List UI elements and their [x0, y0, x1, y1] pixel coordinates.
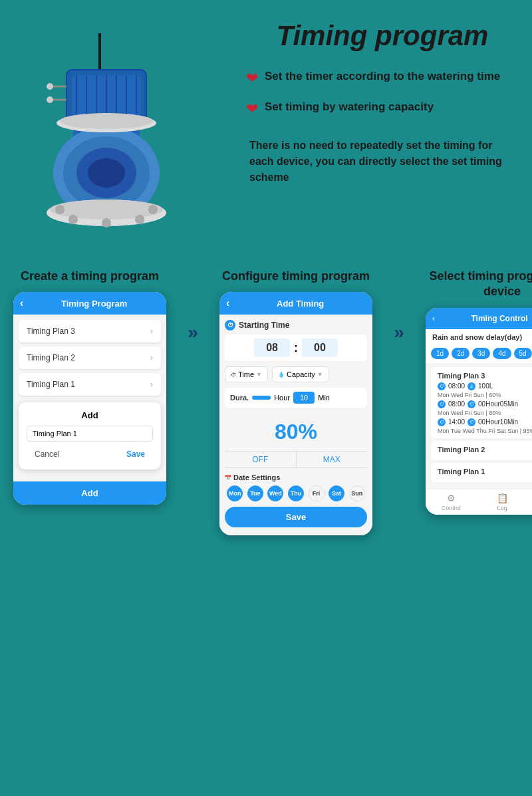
capacity-selector[interactable]: 💧 Capacity ▼: [272, 366, 329, 382]
steps-row: Create a timing program ‹ Timing Program…: [13, 269, 519, 535]
detail-time-2: 08:00: [448, 400, 465, 408]
step-3-title: Select timing program for device: [426, 269, 532, 300]
day-wed[interactable]: Wed: [267, 485, 283, 501]
day-tab-3d[interactable]: 3d: [472, 348, 490, 359]
dura-label: Dura.: [230, 394, 249, 402]
dura-blue-box[interactable]: [252, 396, 271, 400]
phone-1-footer[interactable]: Add: [13, 481, 166, 505]
plan-3-toggle-header: Timing Plan 3 ON: [438, 371, 532, 380]
dura-num-box[interactable]: 10: [293, 392, 315, 404]
svg-point-27: [60, 113, 153, 129]
timer-detail-2: ⏱: [467, 400, 475, 408]
plan-1-chevron: ›: [150, 380, 153, 389]
svg-point-22: [68, 215, 78, 224]
day-tab-4d[interactable]: 4d: [493, 348, 511, 359]
nav-timing[interactable]: ☰ Timing: [527, 493, 532, 511]
selector-row: ⏱ Time ▼ 💧 Capacity ▼: [225, 366, 367, 382]
phone-1-header-title: Timing Program: [29, 299, 160, 309]
time-dropdown-arrow: ▼: [256, 371, 262, 378]
time-selector[interactable]: ⏱ Time ▼: [225, 366, 268, 382]
phone-2-header-title: Add Timing: [235, 299, 366, 309]
clock-detail-2: ⏱: [438, 400, 446, 408]
save-timing-button[interactable]: Save: [225, 507, 367, 527]
plan-name-input[interactable]: [27, 426, 153, 442]
right-content: Timing program ❤ Set the timer according…: [239, 20, 519, 186]
step-2-title: Configure timing program: [222, 269, 370, 284]
day-tab-2d[interactable]: 2d: [452, 348, 469, 359]
add-dialog: Add Cancel Save: [19, 402, 161, 469]
plan-3-detail-3: ⏱ 14:00 ⏱ 00Hour10Min: [438, 418, 532, 426]
description-text: There is no need to repeatedly set the t…: [246, 138, 519, 186]
plan-3-name: Timing Plan 3: [438, 372, 485, 380]
day-thu[interactable]: Thu: [288, 485, 304, 501]
phone-1-header: ‹ Timing Program: [13, 292, 166, 315]
day-tue[interactable]: Tue: [247, 485, 263, 501]
arrow-1-col: »: [176, 269, 209, 343]
add-button-label: Add: [81, 488, 98, 498]
time-min-box[interactable]: 00: [302, 338, 338, 357]
cancel-button[interactable]: Cancel: [27, 447, 67, 462]
plan-2-chevron: ›: [150, 353, 153, 362]
day-tab-1d[interactable]: 1d: [431, 348, 449, 359]
svg-point-13: [47, 96, 53, 103]
arrow-2-col: »: [382, 269, 416, 343]
phone-1-back-icon[interactable]: ‹: [20, 297, 23, 309]
duration-row: Dura. Hour 10 Min: [225, 388, 367, 408]
plan-3-days-2: Mon Wed Fri Sun | 80%: [438, 410, 532, 416]
plan-1-toggle-header: Timing Plan 1 OFF: [438, 467, 532, 476]
clock-detail-3: ⏱: [438, 418, 446, 426]
nav-log[interactable]: 📋 Log: [477, 493, 528, 511]
plan-2-toggle-header: Timing Plan 2 OFF: [438, 445, 532, 454]
day-tab-5d[interactable]: 5d: [514, 348, 532, 359]
cap-selector-icon: 💧: [278, 372, 285, 378]
plan-1-item[interactable]: Timing Plan 1 ›: [19, 373, 161, 396]
clock-icon: ⏱: [225, 320, 235, 331]
product-image-container: [13, 20, 239, 249]
svg-point-23: [102, 218, 111, 227]
svg-point-21: [55, 205, 65, 214]
off-button[interactable]: OFF: [225, 452, 297, 467]
day-fri[interactable]: Fri: [309, 485, 325, 501]
dura-unit: Hour: [274, 394, 290, 402]
percent-display: 80%: [225, 413, 367, 451]
save-button[interactable]: Save: [118, 447, 153, 462]
valve-image: [13, 20, 226, 246]
plan-1-label: Timing Plan 1: [27, 380, 75, 389]
day-mon[interactable]: Mon: [227, 485, 243, 501]
time-display: 08 : 00: [225, 334, 367, 361]
add-dialog-title: Add: [27, 410, 153, 420]
phone-1-mockup: ‹ Timing Program Timing Plan 3 › Timing …: [13, 292, 166, 505]
date-icon: 📅: [225, 475, 231, 481]
plan-2-name: Timing Plan 2: [438, 446, 485, 454]
plan-3-item[interactable]: Timing Plan 3 ›: [19, 320, 161, 342]
cap-dropdown-arrow: ▼: [317, 371, 323, 378]
plan-3-days-3: Mon Tue Wed Thu Fri Sat Sun | 95%: [438, 428, 532, 434]
plan-3-toggle-row: Timing Plan 3 ON ⏱ 08:00 💧 100L Mon Wed …: [431, 367, 532, 438]
plan-3-chevron: ›: [150, 327, 153, 336]
step-1-col: Create a timing program ‹ Timing Program…: [13, 269, 166, 505]
step-2-col: Configure timing program ‹ Add Timing ⏱ …: [219, 269, 372, 535]
heart-icon-2: ❤: [246, 100, 258, 118]
phone-2-mockup: ‹ Add Timing ⏱ Starting Time 08 : 00: [219, 292, 372, 535]
svg-point-25: [148, 205, 158, 214]
plan-2-label: Timing Plan 2: [27, 353, 75, 362]
forward-arrow-2: »: [394, 322, 404, 343]
phone-2-back-icon[interactable]: ‹: [226, 297, 229, 309]
day-sun[interactable]: Sun: [349, 485, 365, 501]
day-tabs-row: 1d 2d 3d 4d 5d 6d 7d: [426, 345, 532, 363]
plan-3-detail-2: ⏱ 08:00 ⏱ 00Hour05Min: [438, 400, 532, 408]
timer-detail-3: ⏱: [467, 418, 475, 426]
top-section: Timing program ❤ Set the timer according…: [0, 0, 532, 262]
plan-2-item[interactable]: Timing Plan 2 ›: [19, 346, 161, 369]
date-settings-label: 📅 Date Settings: [225, 473, 367, 481]
detail-dur-3: 00Hour10Min: [478, 418, 518, 426]
nav-control[interactable]: ⚙ Control: [426, 493, 477, 511]
plan-3-days-1: Mon Wed Fri Sun | 60%: [438, 392, 532, 398]
plan-toggle-section: Timing Plan 3 ON ⏱ 08:00 💧 100L Mon Wed …: [426, 363, 532, 489]
detail-time-3: 14:00: [448, 418, 465, 426]
day-sat[interactable]: Sat: [329, 485, 344, 501]
time-selector-icon: ⏱: [231, 372, 236, 378]
phone-2-body: ⏱ Starting Time 08 : 00 ⏱ Time ▼: [219, 315, 372, 535]
max-button[interactable]: MAX: [297, 452, 368, 467]
time-hour-box[interactable]: 08: [254, 338, 290, 357]
